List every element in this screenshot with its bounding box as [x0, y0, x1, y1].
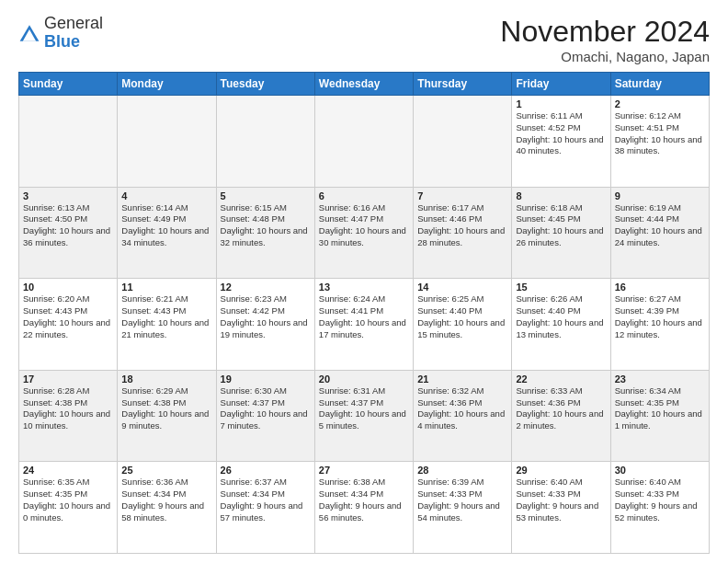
col-monday: Monday: [118, 73, 216, 96]
day-cell: [216, 96, 314, 188]
title-block: November 2024 Omachi, Nagano, Japan: [500, 15, 710, 64]
day-cell: 19Sunrise: 6:30 AM Sunset: 4:37 PM Dayli…: [216, 370, 314, 462]
day-number: 9: [615, 190, 705, 201]
day-info: Sunrise: 6:11 AM Sunset: 4:52 PM Dayligh…: [516, 110, 606, 157]
day-number: 10: [23, 282, 113, 293]
day-number: 23: [615, 373, 705, 385]
day-number: 17: [23, 373, 113, 385]
day-info: Sunrise: 6:17 AM Sunset: 4:46 PM Dayligh…: [417, 202, 507, 249]
day-info: Sunrise: 6:40 AM Sunset: 4:33 PM Dayligh…: [615, 477, 705, 523]
day-number: 29: [516, 465, 606, 476]
day-number: 6: [319, 190, 409, 201]
day-cell: [19, 96, 118, 188]
day-number: 5: [221, 190, 311, 201]
day-cell: 21Sunrise: 6:32 AM Sunset: 4:36 PM Dayli…: [414, 370, 512, 462]
col-sunday: Sunday: [19, 73, 118, 96]
week-row-1: 1Sunrise: 6:11 AM Sunset: 4:52 PM Daylig…: [19, 96, 710, 188]
day-cell: 4Sunrise: 6:14 AM Sunset: 4:49 PM Daylig…: [118, 187, 216, 279]
header: General Blue November 2024 Omachi, Nagan…: [18, 15, 710, 64]
day-number: 4: [121, 190, 211, 201]
day-number: 14: [417, 282, 507, 293]
day-info: Sunrise: 6:14 AM Sunset: 4:49 PM Dayligh…: [121, 202, 211, 249]
day-cell: 16Sunrise: 6:27 AM Sunset: 4:39 PM Dayli…: [610, 279, 709, 371]
day-cell: 5Sunrise: 6:15 AM Sunset: 4:48 PM Daylig…: [216, 187, 314, 279]
week-row-4: 17Sunrise: 6:28 AM Sunset: 4:38 PM Dayli…: [19, 370, 710, 462]
day-number: 20: [319, 373, 409, 385]
day-cell: 26Sunrise: 6:37 AM Sunset: 4:34 PM Dayli…: [216, 462, 314, 554]
col-thursday: Thursday: [414, 73, 512, 96]
day-info: Sunrise: 6:38 AM Sunset: 4:34 PM Dayligh…: [319, 477, 409, 523]
day-number: 28: [417, 465, 507, 476]
day-info: Sunrise: 6:30 AM Sunset: 4:37 PM Dayligh…: [221, 385, 311, 432]
week-row-3: 10Sunrise: 6:20 AM Sunset: 4:43 PM Dayli…: [19, 279, 710, 371]
day-cell: 27Sunrise: 6:38 AM Sunset: 4:34 PM Dayli…: [314, 462, 413, 554]
day-info: Sunrise: 6:15 AM Sunset: 4:48 PM Dayligh…: [221, 202, 311, 249]
week-row-2: 3Sunrise: 6:13 AM Sunset: 4:50 PM Daylig…: [19, 187, 710, 279]
day-info: Sunrise: 6:18 AM Sunset: 4:45 PM Dayligh…: [516, 202, 606, 249]
day-info: Sunrise: 6:39 AM Sunset: 4:33 PM Dayligh…: [417, 477, 507, 523]
day-number: 7: [417, 190, 507, 201]
day-info: Sunrise: 6:37 AM Sunset: 4:34 PM Dayligh…: [221, 477, 311, 523]
day-info: Sunrise: 6:12 AM Sunset: 4:51 PM Dayligh…: [615, 110, 705, 157]
day-number: 18: [121, 373, 211, 385]
weekday-header-row: Sunday Monday Tuesday Wednesday Thursday…: [19, 73, 710, 96]
day-number: 26: [221, 465, 311, 476]
day-cell: 30Sunrise: 6:40 AM Sunset: 4:33 PM Dayli…: [610, 462, 709, 554]
day-info: Sunrise: 6:24 AM Sunset: 4:41 PM Dayligh…: [319, 293, 409, 340]
day-info: Sunrise: 6:23 AM Sunset: 4:42 PM Dayligh…: [221, 293, 311, 340]
day-cell: 23Sunrise: 6:34 AM Sunset: 4:35 PM Dayli…: [610, 370, 709, 462]
month-title: November 2024: [500, 15, 710, 49]
day-number: 16: [615, 282, 705, 293]
day-number: 13: [319, 282, 409, 293]
day-number: 3: [23, 190, 113, 201]
day-number: 15: [516, 282, 606, 293]
day-info: Sunrise: 6:19 AM Sunset: 4:44 PM Dayligh…: [615, 202, 705, 249]
day-number: 21: [417, 373, 507, 385]
col-wednesday: Wednesday: [314, 73, 413, 96]
day-cell: 24Sunrise: 6:35 AM Sunset: 4:35 PM Dayli…: [19, 462, 118, 554]
col-friday: Friday: [512, 73, 610, 96]
day-info: Sunrise: 6:29 AM Sunset: 4:38 PM Dayligh…: [121, 385, 211, 432]
logo-text: General Blue: [44, 15, 103, 52]
day-cell: 1Sunrise: 6:11 AM Sunset: 4:52 PM Daylig…: [512, 96, 610, 188]
day-info: Sunrise: 6:33 AM Sunset: 4:36 PM Dayligh…: [516, 385, 606, 432]
day-cell: 15Sunrise: 6:26 AM Sunset: 4:40 PM Dayli…: [512, 279, 610, 371]
day-cell: 17Sunrise: 6:28 AM Sunset: 4:38 PM Dayli…: [19, 370, 118, 462]
day-cell: [314, 96, 413, 188]
day-info: Sunrise: 6:32 AM Sunset: 4:36 PM Dayligh…: [417, 385, 507, 432]
day-info: Sunrise: 6:16 AM Sunset: 4:47 PM Dayligh…: [319, 202, 409, 249]
col-tuesday: Tuesday: [216, 73, 314, 96]
day-cell: [118, 96, 216, 188]
day-info: Sunrise: 6:27 AM Sunset: 4:39 PM Dayligh…: [615, 293, 705, 340]
day-info: Sunrise: 6:13 AM Sunset: 4:50 PM Dayligh…: [23, 202, 113, 249]
day-cell: 13Sunrise: 6:24 AM Sunset: 4:41 PM Dayli…: [314, 279, 413, 371]
day-number: 24: [23, 465, 113, 476]
day-number: 2: [615, 98, 705, 109]
day-cell: 2Sunrise: 6:12 AM Sunset: 4:51 PM Daylig…: [610, 96, 709, 188]
day-info: Sunrise: 6:31 AM Sunset: 4:37 PM Dayligh…: [319, 385, 409, 432]
day-cell: [414, 96, 512, 188]
day-info: Sunrise: 6:26 AM Sunset: 4:40 PM Dayligh…: [516, 293, 606, 340]
day-number: 25: [121, 465, 211, 476]
day-info: Sunrise: 6:25 AM Sunset: 4:40 PM Dayligh…: [417, 293, 507, 340]
day-info: Sunrise: 6:21 AM Sunset: 4:43 PM Dayligh…: [121, 293, 211, 340]
day-cell: 25Sunrise: 6:36 AM Sunset: 4:34 PM Dayli…: [118, 462, 216, 554]
day-info: Sunrise: 6:34 AM Sunset: 4:35 PM Dayligh…: [615, 385, 705, 432]
day-info: Sunrise: 6:40 AM Sunset: 4:33 PM Dayligh…: [516, 477, 606, 523]
day-number: 8: [516, 190, 606, 201]
day-cell: 18Sunrise: 6:29 AM Sunset: 4:38 PM Dayli…: [118, 370, 216, 462]
day-cell: 29Sunrise: 6:40 AM Sunset: 4:33 PM Dayli…: [512, 462, 610, 554]
day-info: Sunrise: 6:36 AM Sunset: 4:34 PM Dayligh…: [121, 477, 211, 523]
day-cell: 9Sunrise: 6:19 AM Sunset: 4:44 PM Daylig…: [610, 187, 709, 279]
col-saturday: Saturday: [610, 73, 709, 96]
day-cell: 20Sunrise: 6:31 AM Sunset: 4:37 PM Dayli…: [314, 370, 413, 462]
week-row-5: 24Sunrise: 6:35 AM Sunset: 4:35 PM Dayli…: [19, 462, 710, 554]
day-cell: 12Sunrise: 6:23 AM Sunset: 4:42 PM Dayli…: [216, 279, 314, 371]
day-cell: 8Sunrise: 6:18 AM Sunset: 4:45 PM Daylig…: [512, 187, 610, 279]
day-info: Sunrise: 6:20 AM Sunset: 4:43 PM Dayligh…: [23, 293, 113, 340]
day-cell: 14Sunrise: 6:25 AM Sunset: 4:40 PM Dayli…: [414, 279, 512, 371]
day-cell: 11Sunrise: 6:21 AM Sunset: 4:43 PM Dayli…: [118, 279, 216, 371]
location: Omachi, Nagano, Japan: [500, 49, 710, 64]
day-number: 12: [221, 282, 311, 293]
day-info: Sunrise: 6:35 AM Sunset: 4:35 PM Dayligh…: [23, 477, 113, 523]
